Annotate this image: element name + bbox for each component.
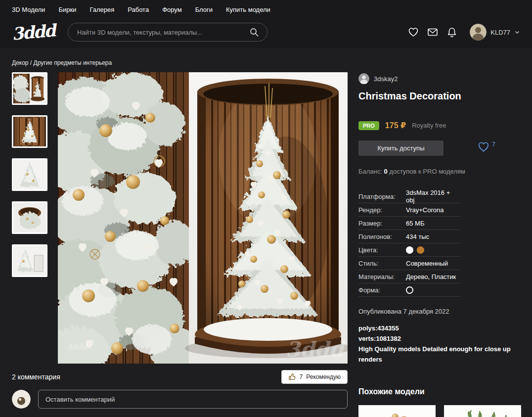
spec-value[interactable]: Современный	[406, 260, 448, 267]
spec-value: 65 МБ	[406, 220, 424, 227]
thumbnail-5[interactable]	[12, 244, 47, 277]
product-title: Christmas Decoration	[358, 91, 521, 102]
spec-row-materials: Материалы: Дерево, Пластик	[358, 270, 460, 283]
nav-item-gallery[interactable]: Галерея	[89, 6, 114, 13]
author-name[interactable]: 3dskay2	[374, 75, 398, 83]
spec-row-style: Стиль: Современный	[358, 257, 460, 270]
comments-count: 2 комментария	[12, 373, 60, 381]
nav-item-3d-models[interactable]: 3D Модели	[12, 6, 45, 13]
product-main-image[interactable]: 3ddd 3ddd	[58, 72, 348, 364]
nav-item-blogs[interactable]: Блоги	[195, 6, 213, 13]
pro-badge: PRO	[358, 121, 379, 130]
spec-row-size: Размер: 65 МБ	[358, 217, 460, 230]
shape-circle-icon[interactable]	[406, 286, 413, 294]
stats-verts: verts:1081382	[358, 333, 513, 344]
like-heart-icon	[477, 140, 490, 153]
product-description: High Quality models Detailed enough for …	[358, 344, 513, 365]
spec-label: Размер:	[358, 220, 406, 227]
thumbnail-2[interactable]	[12, 115, 47, 148]
spec-row-shape: Форма:	[358, 283, 460, 297]
header: 3D Модели Бирки Галерея Работа Форум Бло…	[0, 0, 532, 48]
spec-value[interactable]: 3dsMax 2016 + obj	[406, 189, 460, 204]
color-swatch-orange[interactable]	[417, 246, 424, 254]
balance-line: Баланс: 0 доступов к PRO моделям	[358, 168, 521, 175]
spec-table: Платформа: 3dsMax 2016 + obj Рендер: Vra…	[358, 190, 460, 297]
chevron-down-icon	[514, 29, 520, 35]
recommend-count: 7	[300, 373, 303, 380]
breadcrumb-separator: /	[30, 59, 32, 66]
search-input[interactable]	[76, 28, 248, 37]
nav-item-buy-models[interactable]: Купить модели	[226, 6, 270, 13]
related-models-title: Похожие модели	[358, 387, 521, 396]
spec-value[interactable]: Vray+Corona	[406, 206, 443, 214]
related-model-2[interactable]	[444, 405, 521, 417]
like-button[interactable]: 7	[477, 140, 495, 153]
thumbs-up-icon	[288, 373, 296, 381]
color-swatch-white[interactable]	[406, 246, 413, 254]
spec-row-colors: Цвета:	[358, 243, 460, 257]
spec-label: Цвета:	[358, 246, 406, 254]
search-box	[68, 23, 267, 42]
user-menu[interactable]: KLD77	[470, 24, 520, 41]
recommend-label: Рекомендую	[306, 373, 341, 380]
spec-value: 434 тыс	[406, 233, 429, 240]
nav-item-forum[interactable]: Форум	[162, 6, 182, 13]
spec-row-platform: Платформа: 3dsMax 2016 + obj	[358, 190, 460, 203]
user-name: KLD77	[490, 29, 510, 36]
notifications-bell-icon[interactable]	[446, 26, 458, 38]
spec-label: Рендер:	[358, 206, 406, 214]
stats-polys: polys:434355	[358, 323, 513, 333]
thumbnail-4[interactable]	[12, 201, 47, 234]
favorites-heart-icon[interactable]	[407, 26, 419, 38]
like-count: 7	[492, 140, 495, 148]
breadcrumb-category[interactable]: Другие предметы интерьера	[34, 59, 112, 66]
breadcrumb-section[interactable]: Декор	[12, 59, 29, 66]
product-price: 175 ₽	[385, 121, 406, 130]
nav-item-tags[interactable]: Бирки	[58, 6, 76, 13]
spec-label: Стиль:	[358, 260, 406, 267]
breadcrumb: Декор / Другие предметы интерьера	[12, 59, 520, 66]
main-nav: 3D Модели Бирки Галерея Работа Форум Бло…	[12, 0, 520, 19]
commenter-avatar	[12, 390, 31, 409]
search-icon[interactable]	[248, 26, 260, 38]
thumbnail-strip	[12, 72, 47, 364]
comment-input[interactable]	[38, 390, 348, 409]
image-watermark-small: 3ddd	[67, 342, 88, 351]
spec-label: Полигонов:	[358, 233, 406, 240]
messages-envelope-icon[interactable]	[427, 26, 439, 38]
image-watermark-large: 3ddd	[286, 337, 346, 362]
related-model-1[interactable]	[358, 405, 436, 417]
spec-label: Материалы:	[358, 273, 406, 280]
user-avatar	[470, 24, 487, 41]
author-avatar[interactable]	[358, 73, 369, 84]
thumbnail-1[interactable]	[12, 72, 47, 105]
balance-value: 0	[384, 168, 388, 175]
thumbnail-3[interactable]	[12, 158, 47, 191]
spec-label: Форма:	[358, 286, 406, 294]
buy-access-button[interactable]: Купить доступы	[358, 140, 443, 156]
spec-row-polygons: Полигонов: 434 тыс	[358, 230, 460, 243]
published-date: Опубликована 7 декабря 2022	[358, 308, 521, 315]
spec-label: Платформа:	[358, 193, 406, 200]
site-logo[interactable]: 3ddd	[11, 22, 56, 42]
spec-row-render: Рендер: Vray+Corona	[358, 203, 460, 217]
spec-value[interactable]: Дерево, Пластик	[406, 273, 456, 280]
license-label: Royalty free	[412, 122, 446, 129]
recommend-button[interactable]: 7 Рекомендую	[281, 370, 348, 384]
nav-item-work[interactable]: Работа	[128, 6, 149, 13]
